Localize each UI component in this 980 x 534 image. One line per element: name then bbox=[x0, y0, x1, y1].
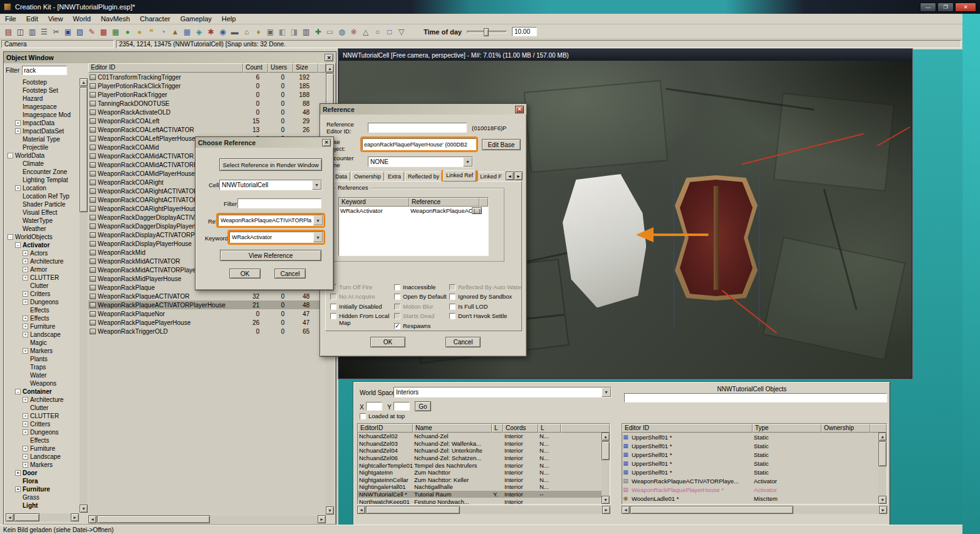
minimize-button[interactable]: — bbox=[920, 3, 936, 12]
scrollbar-thumb[interactable] bbox=[97, 515, 210, 523]
toolbar-icon[interactable]: ◔ bbox=[157, 26, 169, 38]
tree-item[interactable]: - Container bbox=[6, 388, 79, 396]
cell-row[interactable]: NchuandZel04 Nchuand-Zel: Unterkünfte In… bbox=[358, 447, 610, 454]
object-ref-row[interactable]: ◉ WoodenLadle01 * MiscItem bbox=[622, 494, 887, 503]
scroll-up-icon[interactable]: ▲ bbox=[878, 433, 887, 441]
expand-icon[interactable]: - bbox=[8, 234, 13, 240]
toolbar-icon[interactable]: ▨ bbox=[74, 26, 86, 38]
object-row[interactable]: PlayerPotionRackTrigger 0 0 188 bbox=[88, 90, 326, 99]
x-input[interactable] bbox=[366, 402, 382, 411]
cell-row[interactable]: NNWTutorialCell * Tutorial Raum Y. Inter… bbox=[358, 491, 610, 498]
column-header[interactable]: Size bbox=[293, 63, 318, 73]
column-header[interactable]: L bbox=[492, 424, 503, 433]
cell-row[interactable]: NightcallerTemple01 Tempel des Nachtrufe… bbox=[358, 461, 610, 469]
tree-item[interactable]: + ImpactData bbox=[6, 119, 79, 127]
scroll-left-icon[interactable]: ◄ bbox=[6, 513, 14, 521]
tree-hscrollbar[interactable]: ◄ ► bbox=[6, 513, 79, 521]
scroll-right-icon[interactable]: ► bbox=[602, 506, 610, 514]
chevron-down-icon[interactable]: ▼ bbox=[602, 388, 611, 397]
editor-id-input[interactable] bbox=[368, 123, 467, 133]
linked-ref-row[interactable]: WRackActivator WeaponRackPlaqueACT... (.… bbox=[339, 207, 488, 215]
objects-hscrollbar[interactable]: ◄ ► bbox=[622, 506, 887, 514]
tree-item[interactable]: Imagespace bbox=[6, 103, 79, 111]
object-ref-row[interactable]: ▤ WeaponRackPlaqueACTIVATORPlaye... Acti… bbox=[622, 476, 887, 485]
object-row[interactable]: WeaponRackPlaqueACTIVATORPlayerHouse 21 … bbox=[88, 300, 326, 309]
tree-item[interactable]: + Landscape bbox=[6, 453, 79, 461]
toolbar-icon[interactable]: ◉ bbox=[217, 26, 229, 38]
object-row[interactable]: WeaponRackCOALeft 15 0 29 bbox=[88, 116, 326, 125]
menu-item[interactable]: Help bbox=[217, 14, 241, 23]
cell-list-scrollbar[interactable]: ▲ ▼ bbox=[602, 433, 610, 504]
tree-item[interactable]: Water bbox=[6, 371, 79, 379]
tree-item[interactable]: + Markers bbox=[6, 347, 79, 355]
cell-row[interactable]: NorthwatchKeep01 Festung Nordwach... Int… bbox=[358, 498, 610, 505]
column-header[interactable]: Reference bbox=[409, 198, 479, 207]
menu-item[interactable]: NavMesh bbox=[96, 14, 135, 23]
toolbar-icon[interactable]: ▭ bbox=[324, 26, 336, 38]
menu-item[interactable]: Gameplay bbox=[175, 14, 217, 23]
toolbar-icon[interactable]: ♦ bbox=[253, 26, 264, 38]
scroll-right-icon[interactable]: ► bbox=[318, 515, 326, 523]
toolbar-icon[interactable]: ✎ bbox=[86, 26, 98, 38]
close-icon[interactable]: ✕ bbox=[322, 139, 331, 146]
tree-item[interactable]: Weather bbox=[6, 225, 79, 233]
flag-checkbox[interactable]: Initially Disabled bbox=[330, 304, 392, 310]
tree-item[interactable]: Visual Effect bbox=[6, 208, 79, 217]
cell-row[interactable]: NightgateInnCellar Zum Nachttor: Keller … bbox=[358, 476, 610, 484]
ref-select[interactable]: WeaponRackPlaqueACTIVATORPla ▼ bbox=[218, 215, 323, 226]
select-reference-button[interactable]: Select Reference in Render Window bbox=[219, 158, 322, 171]
column-header[interactable]: EditorID bbox=[358, 424, 413, 433]
tree-item[interactable]: Clutter bbox=[6, 282, 79, 290]
tab-scroll-right-icon[interactable]: ► bbox=[514, 172, 523, 180]
object-list-hscrollbar[interactable]: ◄ ► bbox=[88, 515, 326, 523]
scroll-right-icon[interactable]: ► bbox=[879, 506, 887, 514]
flag-checkbox[interactable]: Motion Blur bbox=[394, 304, 449, 310]
cell-row[interactable]: NightingaleHall01 Nachtigallhalle Interi… bbox=[358, 483, 610, 491]
expand-icon[interactable]: - bbox=[15, 389, 21, 394]
scroll-up-icon[interactable]: ▲ bbox=[602, 433, 610, 441]
tree-item[interactable]: Hazard bbox=[6, 95, 79, 103]
expand-icon[interactable]: + bbox=[23, 397, 28, 403]
toolbar-icon[interactable]: ◈ bbox=[193, 26, 205, 38]
object-row[interactable]: WeaponRackPlaquePlayerHouse 26 0 47 bbox=[88, 318, 326, 327]
chevron-down-icon[interactable]: ▼ bbox=[463, 157, 472, 167]
expand-icon[interactable]: + bbox=[23, 299, 28, 305]
scrollbar-thumb[interactable] bbox=[630, 506, 793, 514]
edit-base-button[interactable]: Edit Base bbox=[482, 139, 521, 150]
toolbar-icon[interactable]: ◫ bbox=[14, 26, 26, 38]
expand-icon[interactable]: + bbox=[23, 324, 28, 329]
time-of-day-value[interactable]: 10.00 bbox=[512, 27, 537, 36]
cancel-button[interactable]: Cancel bbox=[446, 337, 481, 347]
encounter-zone-select[interactable]: NONE ▼ bbox=[368, 157, 473, 167]
toolbar-icon[interactable]: ⌂ bbox=[241, 26, 253, 38]
base-object-field[interactable]: eaponRackPlaquePlayerHouse' (000DB2 bbox=[362, 138, 476, 150]
column-header[interactable]: Count bbox=[243, 63, 268, 73]
expand-icon[interactable]: + bbox=[23, 454, 28, 460]
object-row[interactable]: WeaponRackActivateOLD 0 0 48 bbox=[88, 108, 326, 116]
ok-button[interactable]: OK bbox=[229, 269, 261, 279]
object-row[interactable]: WeaponRackPlaqueACTIVATOR 32 0 48 bbox=[88, 292, 326, 300]
tree-item[interactable]: Effects bbox=[6, 436, 79, 444]
object-ref-row[interactable]: ▦ UpperShelf01 * Static bbox=[622, 433, 887, 441]
render-window-titlebar[interactable]: NNWTutorialCell [Free camera, perspectiv… bbox=[339, 49, 912, 61]
expand-icon[interactable]: - bbox=[15, 242, 21, 248]
scroll-right-icon[interactable]: ► bbox=[71, 513, 79, 521]
column-header[interactable]: Coords bbox=[503, 424, 538, 433]
expand-icon[interactable]: + bbox=[23, 348, 28, 354]
column-header[interactable]: L bbox=[538, 424, 561, 433]
toolbar-icon[interactable]: ▲ bbox=[169, 26, 181, 38]
tab[interactable]: Reflected by bbox=[405, 172, 442, 182]
close-icon[interactable]: ✕ bbox=[515, 106, 524, 113]
object-ref-row[interactable]: ▦ UpperShelf01 * Static bbox=[622, 441, 887, 450]
expand-icon[interactable]: + bbox=[23, 462, 28, 468]
tree-item[interactable]: Material Type bbox=[6, 135, 79, 143]
expand-icon[interactable]: + bbox=[15, 486, 21, 492]
close-icon[interactable]: ✕ bbox=[325, 54, 333, 61]
toolbar-icon[interactable]: ▣ bbox=[62, 26, 74, 38]
chevron-down-icon[interactable]: ▼ bbox=[312, 180, 321, 190]
flag-checkbox[interactable]: No AI Acquire bbox=[330, 294, 392, 300]
tree-item[interactable]: + Furniture bbox=[6, 444, 79, 453]
tree-item[interactable]: + Effects bbox=[6, 314, 79, 322]
cell-row[interactable]: NchuandZel02 Nchuand-Zel Interior N... bbox=[358, 433, 610, 440]
flag-checkbox[interactable]: Reflected By Auto Water bbox=[449, 284, 523, 290]
